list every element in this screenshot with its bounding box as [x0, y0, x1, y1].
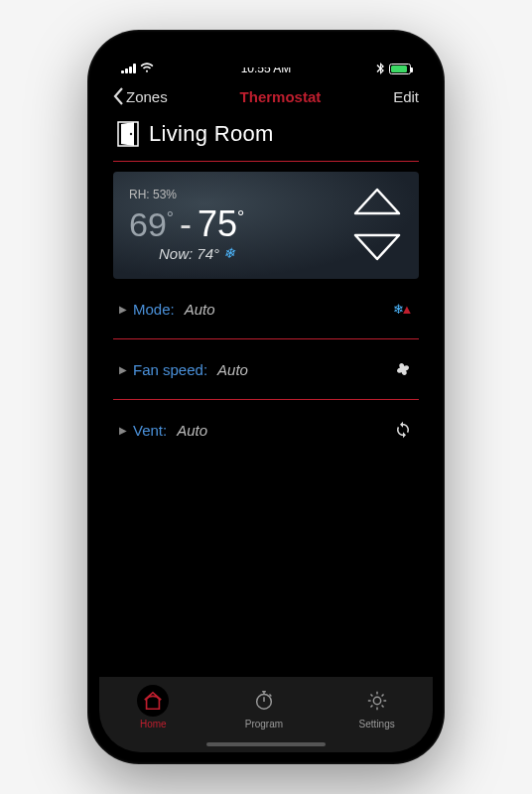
chevron-left-icon [113, 87, 124, 105]
edit-button[interactable]: Edit [393, 88, 419, 105]
tab-home[interactable]: Home [137, 685, 169, 729]
current-temp: Now: 74° ❄ [129, 245, 244, 262]
home-icon [142, 690, 164, 712]
wifi-icon [140, 62, 154, 75]
refresh-icon [393, 420, 413, 440]
snowflake-icon: ❄ [223, 245, 235, 261]
back-button[interactable]: Zones [113, 87, 168, 105]
room-name: Living Room [149, 121, 274, 147]
temp-up-button[interactable] [351, 186, 403, 217]
phone-device-frame: 10:55 AM Zones Thermostat Edit [87, 30, 445, 764]
notch [187, 42, 345, 67]
mode-value: Auto [185, 301, 215, 318]
home-indicator[interactable] [206, 742, 326, 746]
caret-right-icon: ▶ [119, 364, 127, 375]
setpoint-display: 69° - 75° [129, 203, 244, 245]
humidity-label: RH: 53% [129, 188, 244, 201]
svg-point-1 [130, 133, 132, 135]
temp-down-button[interactable] [351, 231, 403, 263]
vent-value: Auto [177, 422, 207, 439]
mode-auto-icon: ❄▲ [393, 299, 413, 319]
tab-program[interactable]: Program [245, 685, 283, 729]
now-label: Now: 74° [159, 245, 219, 262]
fan-speed-row[interactable]: ▶ Fan speed: Auto [113, 339, 419, 400]
vent-label: Vent: [133, 422, 167, 439]
fan-label: Fan speed: [133, 361, 207, 378]
stopwatch-icon [253, 690, 275, 712]
caret-right-icon: ▶ [119, 304, 127, 315]
door-icon [117, 121, 139, 147]
fan-value: Auto [217, 361, 248, 378]
vent-row[interactable]: ▶ Vent: Auto [113, 400, 419, 460]
temperature-panel: RH: 53% 69° - 75° Now: 74° ❄ [113, 172, 419, 279]
temp-high: 75 [198, 203, 237, 244]
nav-bar: Zones Thermostat Edit [99, 81, 433, 115]
mode-row[interactable]: ▶ Mode: Auto ❄▲ [113, 279, 419, 339]
room-header: Living Room [113, 115, 419, 162]
mode-label: Mode: [133, 301, 175, 318]
fan-icon [393, 359, 413, 379]
battery-icon [389, 64, 411, 74]
tab-program-label: Program [245, 719, 283, 729]
temp-low: 69 [129, 205, 167, 243]
tab-bar: Home Program Settings [99, 677, 433, 752]
nav-title: Thermostat [240, 88, 322, 105]
bluetooth-icon [376, 63, 384, 74]
tab-settings[interactable]: Settings [359, 685, 395, 729]
tab-home-label: Home [140, 719, 167, 729]
tab-settings-label: Settings [359, 719, 395, 729]
back-label: Zones [126, 88, 168, 105]
caret-right-icon: ▶ [119, 425, 127, 436]
cellular-signal-icon [121, 64, 136, 73]
screen: 10:55 AM Zones Thermostat Edit [99, 42, 433, 752]
gear-icon [366, 690, 388, 712]
